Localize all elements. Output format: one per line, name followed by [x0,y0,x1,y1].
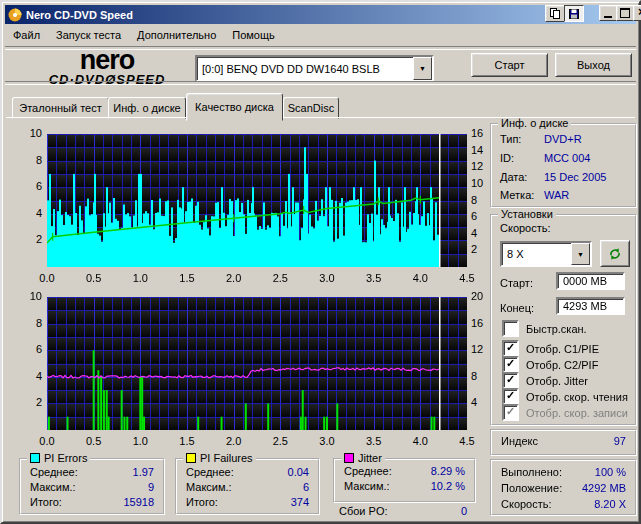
disc-date-value: 15 Dec 2005 [544,171,606,183]
jitter-panel-title: Jitter [341,452,385,464]
stat-row: Итого:15918 [30,496,154,508]
checkbox-fast-scan[interactable]: ✓ Быстр.скан. [502,320,587,337]
check-icon: ✓ [506,342,515,353]
axis-tick-label: 3.0 [315,435,339,447]
speed-select-dropdown-button[interactable]: ▼ [571,243,590,265]
stat-row: Максим.:9 [30,481,154,493]
checkbox-box: ✓ [502,372,519,389]
speed-select[interactable]: 8 X ▼ [500,241,592,267]
disc-info-title: Инф. о диске [498,117,571,129]
stat-label: Максим.: [344,480,390,492]
menu-help[interactable]: Помощь [224,27,283,43]
stat-value: 9 [148,481,154,493]
checkbox-box: ✓ [502,340,519,357]
save-icon [569,9,579,19]
axis-tick-label: 16 [471,127,483,139]
stat-label: Максим.: [186,481,232,493]
refresh-speeds-button[interactable] [600,240,630,267]
axis-tick-label: 0.5 [82,435,106,447]
menu-extra[interactable]: Дополнительно [129,27,224,43]
speed-label: Скорость: [500,222,551,234]
axis-tick-label: 4 [471,227,477,239]
checkbox-show-read-speed[interactable]: ✓ Отобр. скор. чтения [502,388,628,405]
checkbox-label: Отобр. C2/PIF [526,359,598,371]
status-label: Скорость: [501,498,552,510]
axis-tick-label: 4 [20,370,42,382]
status-panel: Выполнено:100 % Положение:4292 MB Скорос… [490,459,637,516]
drive-select-value: [0:0] BENQ DVD DD DW1640 BSLB [197,63,413,75]
disc-label-label: Метка: [500,189,534,201]
speed-select-value: 8 X [502,248,571,260]
close-button[interactable]: × [633,5,641,21]
tab-benchmark[interactable]: Эталонный тест [12,97,109,119]
menu-run-test[interactable]: Запуск теста [48,27,129,43]
checkbox-label: Отобр. скор. чтения [526,391,628,403]
stat-row: Среднее:1.97 [30,466,154,478]
copy-chart-button[interactable] [545,5,565,22]
disc-id-value: MCC 004 [544,152,590,164]
axis-tick-label: 2 [471,243,477,255]
check-icon: ✓ [506,374,515,385]
checkbox-show-c2-pif[interactable]: ✓ Отобр. C2/PIF [502,356,598,373]
stat-row: Среднее:0.04 [186,466,309,478]
stat-label: Среднее: [30,466,78,478]
axis-tick-label: 8 [20,154,42,166]
checkbox-show-jitter[interactable]: ✓ Отобр. Jitter [502,372,588,389]
stat-row: Среднее:8.29 % [344,465,465,477]
title-bar: Nero CD-DVD Speed [5,5,636,24]
axis-tick-label: 3.5 [362,272,386,284]
menu-file[interactable]: Файл [5,27,48,43]
axis-tick-label: 0.5 [82,272,106,284]
axis-tick-label: 4 [471,396,477,408]
axis-tick-label: 2 [20,396,42,408]
po-failures-value: 0 [461,505,467,517]
axis-tick-label: 14 [471,144,483,156]
axis-tick-label: 2.5 [268,272,292,284]
checkbox-show-c1-pie[interactable]: ✓ Отобр. C1/PIE [502,340,599,357]
pi-errors-panel: PI Errors Среднее:1.97 Максим.:9 Итого:1… [19,458,165,515]
pi-failures-panel-title: PI Failures [183,452,256,464]
disc-label-value: WAR [544,189,569,201]
tab-disc-info[interactable]: Инф. о диске [108,97,186,119]
disc-type-value: DVD+R [544,133,582,145]
start-button[interactable]: Старт [471,53,548,77]
axis-tick-label: 3.5 [362,435,386,447]
status-row: Скорость:8.20 X [501,498,626,510]
minimize-button[interactable] [599,5,617,21]
stat-row: Максим.:6 [186,481,309,493]
drive-select[interactable]: [0:0] BENQ DVD DD DW1640 BSLB ▼ [195,55,434,82]
disc-id-label: ID: [500,152,514,164]
axis-tick-label: 20 [471,290,483,302]
axis-tick-label: 2 [20,233,42,245]
axis-tick-label: 12 [471,343,483,355]
pi-errors-panel-title: PI Errors [27,452,90,464]
maximize-button[interactable] [616,5,634,21]
axis-tick-label: 12 [471,160,483,172]
refresh-icon [608,247,622,261]
start-mb-input[interactable]: 0000 MB [556,272,625,290]
check-icon: ✓ [506,406,515,417]
axis-tick-label: 6 [20,343,42,355]
stat-label: Итого: [30,496,62,508]
disc-type-label: Тип: [500,133,521,145]
check-icon: ✓ [506,390,515,401]
pi-errors-legend-label: PI Errors [44,452,87,464]
axis-tick-label: 8 [471,194,477,206]
checkbox-label: Отобр. Jitter [526,375,588,387]
drive-select-dropdown-button[interactable]: ▼ [413,57,432,80]
axis-tick-label: 4.5 [455,272,479,284]
status-row: Выполнено:100 % [501,466,626,478]
end-mb-input[interactable]: 4293 MB [556,297,625,315]
separator [5,81,636,85]
save-chart-button[interactable] [564,5,584,22]
tab-scandisc[interactable]: ScanDisc [283,97,339,119]
pi-failures-panel: PI Failures Среднее:0.04 Максим.:6 Итого… [175,458,320,515]
axis-tick-label: 2.5 [268,435,292,447]
tab-disc-quality[interactable]: Качество диска [186,93,283,121]
index-panel: Индекс 97 [490,429,637,456]
status-label: Выполнено: [501,466,562,478]
exit-button[interactable]: Выход [555,53,632,77]
checkbox-label: Отобр. скор. записи [526,407,628,419]
checkbox-box: ✓ [502,404,519,421]
axis-tick-label: 16 [471,317,483,329]
